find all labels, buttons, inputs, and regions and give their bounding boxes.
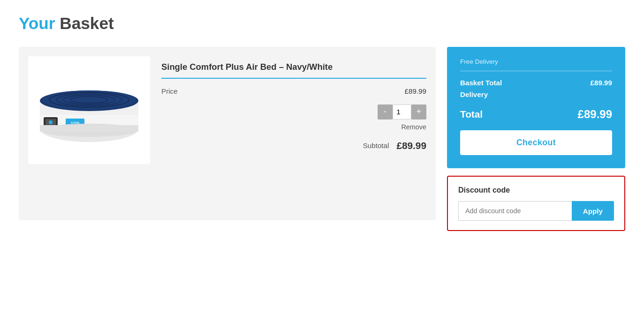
item-name: Single Comfort Plus Air Bed – Navy/White bbox=[161, 61, 426, 73]
product-image: ACTIVE ERA bbox=[28, 56, 150, 164]
svg-point-11 bbox=[49, 120, 53, 124]
summary-divider bbox=[460, 71, 612, 71]
discount-title: Discount code bbox=[458, 186, 614, 194]
svg-text:ACTIVE: ACTIVE bbox=[71, 121, 80, 124]
summary-card: Free Delivery Basket Total £89.99 Delive… bbox=[447, 47, 625, 168]
main-content: ACTIVE ERA Single Comfort Plus Air Bed –… bbox=[19, 47, 625, 231]
qty-minus-button[interactable]: - bbox=[378, 104, 393, 119]
right-panel: Free Delivery Basket Total £89.99 Delive… bbox=[447, 47, 625, 231]
discount-code-input[interactable] bbox=[458, 201, 572, 221]
delivery-row: Delivery bbox=[460, 90, 612, 98]
subtotal-row: Subtotal £89.99 bbox=[161, 140, 426, 151]
item-details: Single Comfort Plus Air Bed – Navy/White… bbox=[161, 56, 426, 151]
discount-card: Discount code Apply bbox=[447, 176, 625, 231]
remove-link[interactable]: Remove bbox=[401, 123, 426, 131]
subtotal-label: Subtotal bbox=[363, 142, 389, 149]
item-price-row: Price £89.99 bbox=[161, 87, 426, 95]
basket-items-panel: ACTIVE ERA Single Comfort Plus Air Bed –… bbox=[19, 47, 436, 220]
quantity-input[interactable] bbox=[393, 104, 411, 119]
basket-total-value: £89.99 bbox=[591, 79, 612, 87]
page-title-your: Your bbox=[19, 14, 55, 32]
quantity-row: - + bbox=[161, 104, 426, 119]
free-delivery-label: Free Delivery bbox=[460, 58, 612, 65]
basket-total-label: Basket Total bbox=[460, 79, 502, 87]
page-title: Your Basket bbox=[19, 14, 625, 33]
subtotal-value: £89.99 bbox=[396, 140, 426, 151]
qty-plus-button[interactable]: + bbox=[411, 104, 426, 119]
total-label: Total bbox=[460, 109, 483, 120]
price-label: Price bbox=[161, 87, 178, 95]
basket-item: ACTIVE ERA Single Comfort Plus Air Bed –… bbox=[28, 56, 426, 164]
page-title-basket: Basket bbox=[55, 14, 114, 32]
price-value: £89.99 bbox=[405, 87, 426, 95]
svg-rect-16 bbox=[40, 125, 138, 132]
basket-total-row: Basket Total £89.99 bbox=[460, 79, 612, 87]
apply-button[interactable]: Apply bbox=[572, 201, 614, 221]
delivery-label: Delivery bbox=[460, 90, 488, 98]
checkout-button[interactable]: Checkout bbox=[460, 130, 612, 155]
item-divider bbox=[161, 78, 426, 79]
total-value: £89.99 bbox=[578, 108, 612, 121]
total-row: Total £89.99 bbox=[460, 108, 612, 121]
remove-row: Remove bbox=[161, 123, 426, 131]
discount-input-row: Apply bbox=[458, 201, 614, 221]
